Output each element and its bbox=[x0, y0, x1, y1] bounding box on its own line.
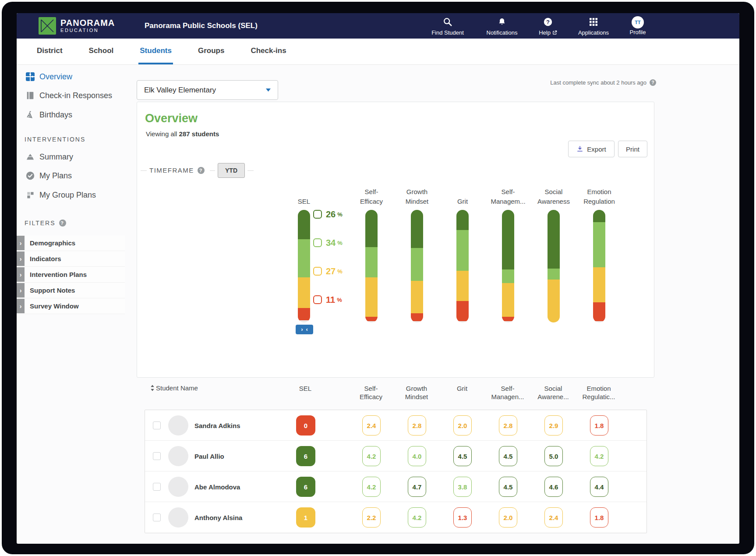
tab-check-ins[interactable]: Check-ins bbox=[249, 39, 287, 64]
table-header: Student Name SEL Self- Efficacy Growth M… bbox=[145, 383, 647, 409]
tab-students[interactable]: Students bbox=[138, 39, 173, 64]
nav-label: Help bbox=[539, 29, 551, 36]
section-header-label: FILTERS bbox=[25, 220, 56, 227]
applications-button[interactable]: Applications bbox=[575, 17, 612, 36]
sidebar-item-label: Check-in Responses bbox=[39, 91, 112, 100]
score-badge: 3.8 bbox=[453, 477, 472, 497]
sidebar: Overview Check-in Responses Birthdays IN… bbox=[17, 65, 136, 544]
bell-icon bbox=[498, 17, 506, 27]
percent-value: 34 bbox=[326, 238, 336, 248]
stacked-bar-self-efficacy bbox=[365, 210, 378, 322]
student-row[interactable]: Paul Allio64.24.04.54.55.04.2 bbox=[145, 441, 646, 471]
sync-help-icon[interactable]: ? bbox=[650, 79, 656, 86]
sel-distribution-label: 26% bbox=[313, 209, 343, 219]
filter-intervention-plans[interactable]: › Intervention Plans bbox=[17, 267, 125, 283]
chart-column-header-sel: SEL bbox=[273, 184, 335, 206]
bar-expand-toggle[interactable]: › ‹ bbox=[296, 325, 313, 334]
stacked-bar-emotion-regulation bbox=[593, 210, 605, 322]
score-badge: 2.2 bbox=[362, 507, 381, 528]
help-button[interactable]: ? Help bbox=[535, 17, 561, 36]
profile-button[interactable]: TT Profile bbox=[627, 16, 649, 35]
bar-segment-low bbox=[502, 317, 514, 321]
segment-filter-checkbox[interactable] bbox=[313, 238, 322, 247]
tab-district[interactable]: District bbox=[35, 39, 64, 64]
brand-logo[interactable]: PANORAMA EDUCATION bbox=[39, 17, 115, 35]
sidebar-item-check-in-responses[interactable]: Check-in Responses bbox=[17, 86, 136, 105]
student-avatar bbox=[168, 446, 188, 466]
sync-status: Last complete sync about 2 hours ago ? bbox=[550, 79, 656, 86]
profile-avatar: TT bbox=[632, 16, 644, 28]
bar-segment-low bbox=[365, 317, 378, 321]
filter-demographics[interactable]: › Demographics bbox=[17, 235, 125, 251]
chevron-right-icon: › bbox=[17, 251, 25, 266]
student-avatar bbox=[168, 507, 188, 528]
column-header-emotion-regulation: Emotion Regulatic... bbox=[575, 384, 623, 401]
bar-segment-low bbox=[411, 313, 423, 321]
chart-column-header-emotion-regulation: Emotion Regulation bbox=[569, 184, 630, 206]
chevron-right-icon: › bbox=[17, 236, 25, 250]
filter-indicators[interactable]: › Indicators bbox=[17, 251, 125, 267]
sidebar-item-label: Birthdays bbox=[39, 110, 72, 120]
find-student-button[interactable]: Find Student bbox=[429, 17, 466, 36]
stacked-bar-grit bbox=[456, 210, 469, 322]
student-name: Anthony Alsina bbox=[194, 502, 242, 533]
sidebar-item-my-group-plans[interactable]: My Group Plans bbox=[17, 185, 136, 205]
tab-groups[interactable]: Groups bbox=[197, 39, 226, 64]
score-badge: 2.4 bbox=[362, 415, 381, 436]
stacked-bar-self-management bbox=[502, 210, 514, 322]
student-row[interactable]: Anthony Alsina12.24.21.32.02.41.8 bbox=[145, 502, 646, 533]
bar-segment-high bbox=[548, 210, 560, 269]
segment-filter-checkbox[interactable] bbox=[313, 210, 322, 219]
score-badge: 2.0 bbox=[499, 507, 517, 528]
segment-filter-checkbox[interactable] bbox=[313, 295, 322, 304]
score-badge: 4.6 bbox=[544, 477, 563, 497]
bar-segment-high bbox=[456, 210, 469, 230]
score-badge: 2.8 bbox=[408, 415, 426, 436]
row-checkbox[interactable] bbox=[153, 483, 161, 491]
column-header-growth-mindset: Growth Mindset bbox=[392, 384, 441, 401]
sel-distribution-label: 34% bbox=[313, 238, 343, 248]
filter-support-notes[interactable]: › Support Notes bbox=[17, 283, 125, 298]
school-select[interactable]: Elk Valley Elementary bbox=[137, 80, 278, 100]
bar-segment-low bbox=[298, 308, 310, 320]
bar-segment-mid_high bbox=[502, 269, 514, 283]
sidebar-item-my-plans[interactable]: My Plans bbox=[17, 166, 136, 185]
sidebar-item-label: My Plans bbox=[39, 171, 72, 181]
percent-value: 26 bbox=[326, 209, 336, 220]
row-checkbox[interactable] bbox=[153, 514, 161, 521]
external-link-icon bbox=[552, 30, 557, 35]
grid-icon bbox=[589, 17, 598, 27]
sidebar-item-overview[interactable]: Overview bbox=[17, 67, 136, 86]
notifications-button[interactable]: Notifications bbox=[483, 17, 521, 36]
bar-segment-high bbox=[365, 210, 378, 247]
row-checkbox[interactable] bbox=[153, 421, 161, 429]
sidebar-item-birthdays[interactable]: Birthdays bbox=[17, 105, 136, 124]
score-badge: 2.0 bbox=[453, 415, 472, 436]
stacked-bar-chart: › ‹ SELSelf- EfficacyGrowth MindsetGritS… bbox=[137, 102, 655, 378]
app-screen: PANORAMA EDUCATION Panorama Public Schoo… bbox=[17, 13, 739, 544]
pyramid-icon bbox=[25, 152, 36, 162]
column-header-student-name[interactable]: Student Name bbox=[150, 384, 198, 392]
percent-sign: % bbox=[337, 297, 342, 303]
sidebar-item-summary[interactable]: Summary bbox=[17, 147, 136, 166]
segment-filter-checkbox[interactable] bbox=[313, 267, 322, 276]
bar-segment-mid_low bbox=[548, 280, 560, 322]
filter-survey-window[interactable]: › Survey Window bbox=[17, 298, 125, 314]
student-row[interactable]: Sandra Adkins02.42.82.02.82.91.8 bbox=[145, 410, 646, 441]
chevron-right-icon: › bbox=[17, 299, 25, 313]
bar-segment-mid_high bbox=[365, 247, 378, 277]
score-badge: 4.7 bbox=[408, 477, 426, 497]
bar-segment-low bbox=[456, 301, 469, 321]
bar-segment-mid_high bbox=[298, 239, 310, 277]
sel-score-badge: 0 bbox=[296, 415, 315, 436]
tab-school[interactable]: School bbox=[88, 39, 115, 64]
brand-name: PANORAMA bbox=[60, 18, 115, 28]
column-header-social-awareness: Social Awarene... bbox=[529, 384, 577, 401]
filter-label: Intervention Plans bbox=[30, 267, 87, 282]
column-header-self-management: Self- Managen... bbox=[484, 384, 532, 401]
row-checkbox[interactable] bbox=[153, 452, 161, 460]
filters-help-icon[interactable]: ? bbox=[59, 220, 66, 227]
student-row[interactable]: Abe Almodova64.24.73.84.54.64.4 bbox=[145, 471, 646, 502]
bar-segment-mid_low bbox=[593, 267, 605, 302]
sel-score-badge: 6 bbox=[296, 446, 315, 466]
